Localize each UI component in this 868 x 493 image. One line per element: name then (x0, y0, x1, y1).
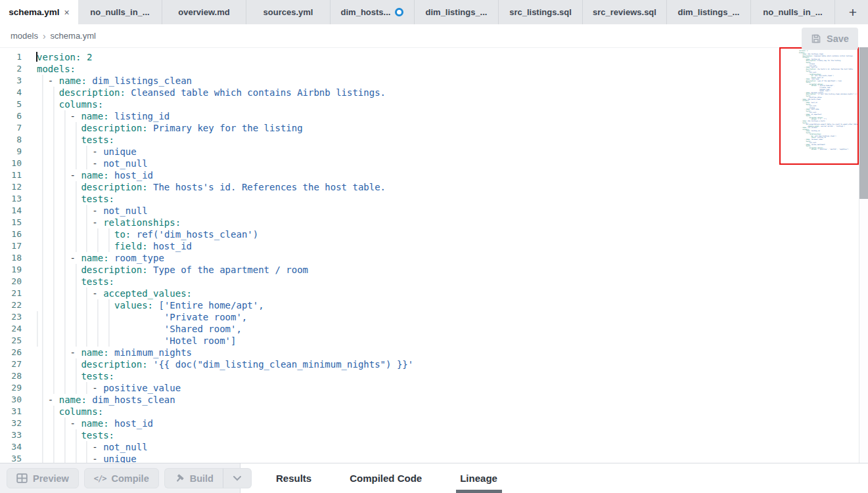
compile-button[interactable]: </> Compile (84, 468, 159, 488)
yaml-value: not_null (103, 158, 147, 169)
indent-guides (37, 358, 81, 370)
line-number: 3 (0, 75, 22, 87)
code-line[interactable]: 2models: (0, 63, 868, 75)
code-line[interactable]: 1version: 2 (0, 51, 868, 63)
panel-tab-results[interactable]: Results (268, 463, 319, 493)
editor-tab[interactable]: dim_hosts... (331, 0, 415, 24)
yaml-value: listing_id (811, 130, 819, 132)
code-line[interactable]: 28tests: (0, 370, 868, 382)
editor-tab[interactable]: no_nulls_in_... (78, 0, 162, 24)
code-line[interactable]: 12description: The hosts's id. Reference… (0, 181, 868, 193)
close-icon[interactable]: × (64, 8, 70, 17)
yaml-value: Type of the apartment / room (153, 265, 308, 275)
minimap[interactable]: version: 2models:- name: dim_listings_cl… (779, 47, 859, 165)
code-line[interactable]: 24'Shared room', (0, 323, 868, 335)
yaml-value: host_id (153, 241, 192, 251)
result-panel-tabs: ResultsCompiled CodeLineage (240, 463, 868, 493)
yaml-token: - (70, 418, 81, 429)
build-button[interactable]: Build (164, 468, 223, 488)
code-line[interactable]: 25'Hotel room'] (0, 335, 868, 347)
yaml-value: dim_hosts_clean (808, 98, 821, 100)
code-line[interactable]: 26- name: minimum_nights (0, 347, 868, 358)
code-text: - unique (37, 146, 137, 158)
line-number: 24 (0, 323, 22, 335)
breadcrumb-folder[interactable]: models (11, 31, 38, 41)
tab-label: no_nulls_in_... (763, 7, 822, 17)
code-line[interactable]: 5columns: (0, 98, 868, 110)
code-line[interactable]: 27description: '{{ doc("dim_listing_clea… (0, 358, 868, 370)
code-line[interactable]: 31columns: (0, 406, 868, 418)
yaml-value: not_null (103, 205, 147, 216)
line-number: 35 (0, 453, 22, 463)
scrollbar-thumb[interactable] (859, 47, 868, 199)
code-text: description: The hosts's id. References … (37, 181, 386, 193)
code-line[interactable]: 9- unique (0, 146, 868, 158)
yaml-token: - (70, 253, 81, 263)
tab-label: overview.md (178, 7, 229, 17)
code-text: - not_null (37, 205, 148, 217)
code-text: - not_null (37, 441, 148, 453)
line-number: 23 (0, 311, 22, 323)
code-text: description: '{{ doc("dim_listing_clean_… (37, 358, 413, 370)
code-line[interactable]: 34- not_null (0, 441, 868, 453)
line-number: 10 (0, 158, 22, 169)
save-button[interactable]: Save (802, 28, 858, 50)
line-number: 15 (0, 217, 22, 228)
code-line[interactable]: 18- name: room_type (0, 252, 868, 264)
code-line[interactable]: 35- unique (0, 453, 868, 463)
code-line[interactable]: 6- name: listing_id (0, 110, 868, 122)
code-line[interactable]: 19description: Type of the apartment / r… (0, 264, 868, 276)
code-line[interactable]: 8tests: (0, 134, 868, 146)
code-line[interactable]: 10- not_null (0, 158, 868, 169)
code-line[interactable]: 3- name: dim_listings_clean (0, 75, 868, 87)
yaml-token (109, 253, 114, 263)
code-line[interactable]: 33tests: (0, 429, 868, 441)
editor-tab[interactable]: src_reviews.sql (583, 0, 667, 24)
indent-space (120, 311, 164, 323)
editor-tab[interactable]: overview.md (162, 0, 246, 24)
editor-tab[interactable]: sources.yml (246, 0, 331, 24)
editor-tab[interactable]: dim_listings_... (667, 0, 751, 24)
yaml-token (109, 418, 114, 429)
indent-guides (37, 252, 70, 264)
code-line[interactable]: 4description: Cleansed table which conta… (0, 87, 868, 98)
code-line[interactable]: 21- accepted_values: (0, 288, 868, 299)
code-line[interactable]: 30- name: dim_hosts_clean (0, 394, 868, 406)
editor-tab[interactable]: no_nulls_in_... (751, 0, 835, 24)
line-number: 25 (0, 335, 22, 347)
tab-label: dim_listings_... (426, 7, 488, 17)
yaml-key: description: (81, 182, 147, 192)
code-line[interactable]: 29- positive_value (0, 382, 868, 394)
code-editor[interactable]: 1version: 22models:3- name: dim_listings… (0, 48, 868, 463)
editor-tab[interactable]: src_listings.sql (499, 0, 583, 24)
panel-tab-lineage[interactable]: Lineage (452, 463, 505, 493)
code-line[interactable]: 22values: ['Entire home/apt', (0, 299, 868, 311)
code-line[interactable]: 11- name: host_id (0, 169, 868, 181)
code-text: - positive_value (37, 382, 181, 394)
yaml-key: 2 (807, 50, 808, 52)
text-cursor (36, 52, 37, 62)
yaml-token (81, 52, 86, 62)
code-line[interactable]: 7description: Primary key for the listin… (0, 122, 868, 134)
code-line[interactable]: 16to: ref('dim_hosts_clean') (0, 228, 868, 240)
yaml-key: description: (81, 123, 147, 133)
code-line[interactable]: 23'Private room', (0, 311, 868, 323)
yaml-value: positive_value (103, 383, 181, 393)
editor-tab[interactable]: dim_listings_... (415, 0, 499, 24)
indent-guides (37, 217, 92, 228)
code-line[interactable]: 32- name: host_id (0, 418, 868, 429)
code-line[interactable]: 14- not_null (0, 205, 868, 217)
panel-tab-compiled-code[interactable]: Compiled Code (342, 463, 430, 493)
code-line[interactable]: 13tests: (0, 193, 868, 205)
editor-scrollbar[interactable] (859, 47, 868, 463)
preview-button[interactable]: Preview (7, 468, 79, 488)
code-line[interactable]: 17field: host_id (0, 240, 868, 252)
new-tab-button[interactable]: + (838, 0, 868, 24)
line-number: 12 (0, 181, 22, 193)
code-text: tests: (37, 276, 114, 288)
code-line[interactable]: 20tests: (0, 276, 868, 288)
editor-tab[interactable]: schema.yml× (0, 0, 78, 24)
code-line[interactable]: 15- relationships: (0, 217, 868, 228)
indent-guides (37, 122, 81, 134)
yaml-value: 'Shared room', (164, 324, 242, 334)
